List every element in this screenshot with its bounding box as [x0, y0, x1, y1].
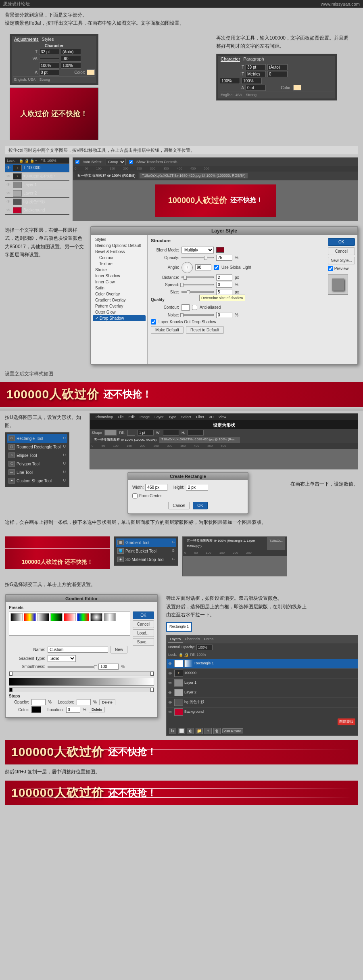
eye2-4[interactable]: 👁: [168, 699, 173, 706]
preset-7[interactable]: [104, 613, 116, 621]
ps-type[interactable]: Type: [166, 415, 179, 419]
layer-item-3[interactable]: 👁 Layer 2: [5, 189, 69, 198]
sidebar-color-overlay[interactable]: Color Overlay: [93, 291, 146, 297]
trash-btn[interactable]: 🗑: [213, 728, 221, 734]
stroke-input[interactable]: [138, 430, 154, 436]
ps-filter[interactable]: Filter: [194, 415, 207, 419]
ge-smooth-slider[interactable]: [48, 666, 96, 668]
kern-input[interactable]: -60: [61, 56, 81, 62]
color-stop-right[interactable]: [150, 688, 154, 692]
ps-3d[interactable]: 3D: [207, 415, 216, 419]
contour-preview[interactable]: [182, 304, 190, 311]
transform-check[interactable]: [129, 160, 133, 164]
layer2-row-5[interactable]: 👁 Background: [167, 708, 358, 717]
preset-1[interactable]: [24, 613, 36, 621]
eye-icon-4[interactable]: 👁: [6, 199, 10, 204]
layer2-row-2[interactable]: 👁 Layer 1: [167, 678, 358, 688]
auto-select-dropdown[interactable]: Group: [106, 159, 126, 165]
channels-tab[interactable]: Channels: [183, 636, 202, 643]
tool-line[interactable]: — Line Tool U: [7, 468, 67, 477]
height-input[interactable]: [186, 484, 208, 491]
tool-ellipse[interactable]: ○ Ellipse Tool U: [7, 451, 67, 460]
size-input[interactable]: 32 pt: [39, 49, 59, 55]
use-global-light-check[interactable]: [214, 265, 219, 270]
eye-icon-1[interactable]: 👁: [6, 174, 10, 178]
shape-tab[interactable]: 五一特卖海淘教程 @ 100% (10000, RGB/8): [92, 437, 159, 443]
color-swatch-2[interactable]: [293, 85, 301, 90]
sidebar-inner-glow[interactable]: Inner Glow: [93, 279, 146, 285]
sidebar-outer-glow[interactable]: Outer Glow: [93, 309, 146, 315]
shadow-color-swatch[interactable]: [216, 247, 224, 253]
ps-tab-1[interactable]: 五一特卖海淘教程 @ 100% (RGB/8): [75, 172, 138, 179]
layer2-row-1[interactable]: 👁 T 100000: [167, 669, 358, 678]
new-layer-btn[interactable]: +: [204, 728, 212, 734]
w-input[interactable]: [163, 430, 179, 436]
opacity-input[interactable]: [216, 255, 232, 261]
sidebar-stroke[interactable]: Stroke: [93, 267, 146, 273]
grad-tab2[interactable]: T18aOr...: [267, 537, 285, 550]
shape-tab2[interactable]: T18aOrXqXcX0b2Tl8x-1680-420.jpg @ 100% (…: [159, 437, 240, 443]
grad-tab1[interactable]: 五一特卖海淘教程 @ 100% (Rectangle 1, Layer Mask…: [184, 537, 267, 550]
eye-icon-3[interactable]: 👁: [6, 191, 10, 195]
sidebar-contour[interactable]: Contour: [93, 255, 146, 261]
spread-slider[interactable]: [182, 284, 214, 285]
color-stop-left[interactable]: [9, 688, 13, 692]
scale-h[interactable]: 100%: [61, 63, 81, 69]
char-tab[interactable]: Character: [221, 57, 240, 62]
sidebar-styles[interactable]: Styles: [93, 237, 146, 243]
knocks-out-check[interactable]: [151, 319, 156, 325]
noise-input[interactable]: [216, 312, 232, 318]
opacity-stop-input[interactable]: [31, 699, 46, 705]
eye-icon-5[interactable]: 👁: [6, 208, 10, 212]
add-mask-button[interactable]: Add a mask: [222, 728, 243, 733]
color-delete-btn[interactable]: Delete: [89, 707, 105, 712]
tool-custom[interactable]: ✦ Custom Shape Tool U: [7, 477, 67, 485]
baseline2[interactable]: 0 pt: [246, 85, 266, 91]
reset-default-btn[interactable]: Reset to Default: [186, 326, 224, 334]
layer-item-4[interactable]: 👁 bg-浅色中影: [5, 198, 69, 206]
ge-smooth-input[interactable]: [98, 664, 119, 670]
ge-name-input[interactable]: [48, 647, 108, 653]
ge-save-btn[interactable]: Save...: [133, 638, 154, 646]
fill-color[interactable]: [104, 430, 117, 436]
opacity-stop-left[interactable]: [9, 672, 13, 676]
blend-mode-select[interactable]: Multiply: [182, 247, 214, 253]
create-rect-ok[interactable]: OK: [193, 502, 207, 509]
fx-btn[interactable]: fx: [169, 728, 176, 734]
sidebar-texture[interactable]: Texture: [93, 261, 146, 267]
ge-new-btn[interactable]: New: [111, 646, 127, 653]
eye2-3[interactable]: 👁: [168, 689, 173, 696]
ps-file-menu[interactable]: Photoshop: [93, 415, 115, 419]
scale-h2[interactable]: 100%: [242, 78, 262, 84]
ge-type-select[interactable]: Solid: [48, 655, 76, 662]
distance-input[interactable]: [216, 274, 232, 281]
tool-rounded-rect[interactable]: ▢ Rounded Rectangle Tool U: [7, 443, 67, 451]
ge-load-btn[interactable]: Load...: [133, 629, 154, 637]
adjustments-tab[interactable]: Adjustments: [14, 37, 39, 42]
eye-icon-0[interactable]: 👁: [6, 165, 10, 170]
sidebar-pattern-overlay[interactable]: Pattern Overlay: [93, 303, 146, 309]
make-default-btn[interactable]: Make Default: [151, 326, 184, 334]
width-input[interactable]: [145, 484, 167, 491]
size2-input[interactable]: 39 pt: [246, 64, 266, 70]
angle-input[interactable]: [195, 264, 211, 270]
sidebar-blending[interactable]: Blending Options: Default: [93, 243, 146, 249]
gradient-tool[interactable]: ▦ Gradient Tool G: [116, 538, 176, 547]
spread-input[interactable]: [216, 282, 232, 288]
layer-item-1[interactable]: 👁 T T 人欧过价 还不快抢！: [5, 172, 69, 181]
eye-icon-2[interactable]: 👁: [6, 182, 10, 187]
adj-btn[interactable]: ◐: [187, 728, 194, 734]
sidebar-gradient-overlay[interactable]: Gradient Overlay: [93, 297, 146, 303]
preset-6[interactable]: [90, 613, 102, 621]
paths-tab[interactable]: Paths: [202, 636, 215, 643]
new-style-btn[interactable]: New Style...: [328, 257, 355, 264]
scale-v[interactable]: 100%: [39, 63, 59, 69]
color-stop-swatch[interactable]: [31, 706, 41, 713]
tool-rectangle[interactable]: ▭ Rectangle Tool U: [7, 434, 67, 443]
color-swatch-panel[interactable]: [87, 69, 95, 75]
preset-4[interactable]: [64, 613, 76, 621]
tool-polygon[interactable]: ⬡ Polygon Tool U: [7, 460, 67, 468]
create-rect-cancel[interactable]: Cancel: [168, 502, 190, 509]
ps-tab-2[interactable]: T18aOrXqXcX0b2Tl8x-1680-420.jpg @ 100% (…: [140, 173, 248, 178]
sidebar-inner-shadow[interactable]: Inner Shadow: [93, 273, 146, 279]
